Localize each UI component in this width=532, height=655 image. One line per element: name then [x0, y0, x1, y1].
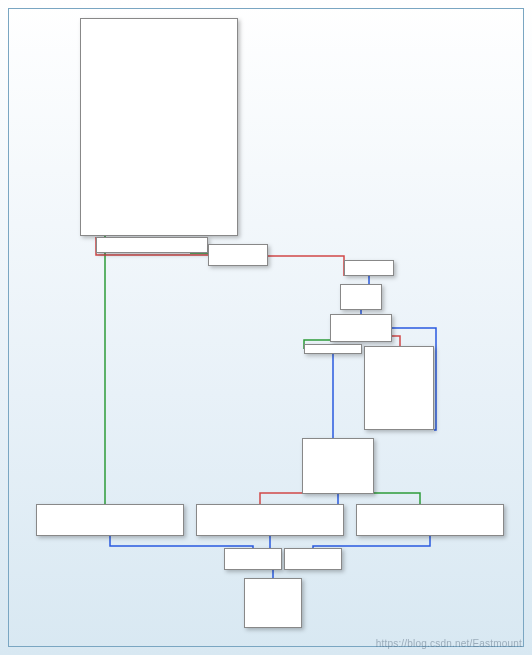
- node-n8[interactable]: [302, 438, 374, 494]
- node-n4[interactable]: [340, 284, 382, 310]
- node-n9b[interactable]: [196, 504, 344, 536]
- node-n7[interactable]: [364, 346, 434, 430]
- node-n10b[interactable]: [284, 548, 342, 570]
- node-n2[interactable]: [208, 244, 268, 266]
- node-n3[interactable]: [344, 260, 394, 276]
- node-n5[interactable]: [330, 314, 392, 342]
- node-n6[interactable]: [304, 344, 362, 354]
- node-n9c[interactable]: [356, 504, 504, 536]
- node-n11[interactable]: [244, 578, 302, 628]
- node-n10a[interactable]: [224, 548, 282, 570]
- node-n9a[interactable]: [36, 504, 184, 536]
- node-n1[interactable]: [96, 237, 208, 253]
- node-root[interactable]: [80, 18, 238, 236]
